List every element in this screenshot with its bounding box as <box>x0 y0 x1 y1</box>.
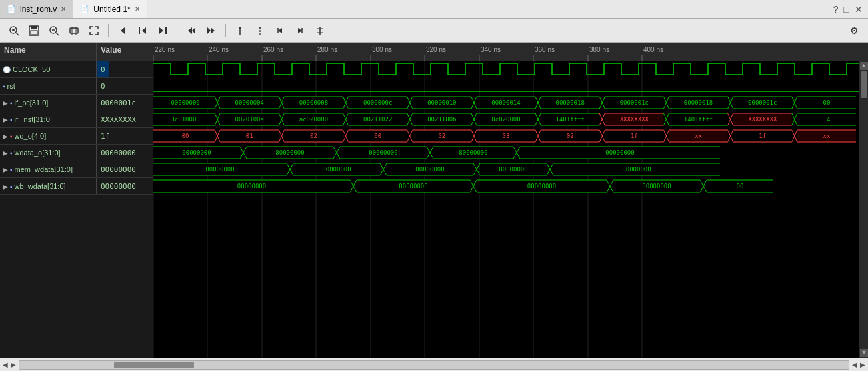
expand-icon-wd-o[interactable]: ▶ <box>3 133 8 140</box>
signal-value-clock50: 0 <box>97 61 109 77</box>
help-icon[interactable]: ? <box>833 4 839 15</box>
bottom-bar: ◀ ▶ ◀ ▶ <box>0 358 868 371</box>
bus-icon-wdata-o: ▪ <box>10 149 13 157</box>
svg-line-1 <box>16 33 19 35</box>
expand-icon-if-inst[interactable]: ▶ <box>3 116 8 123</box>
svg-marker-18 <box>188 27 192 34</box>
tab-icon-untitled: 📄 <box>80 5 89 13</box>
zoom-out-button[interactable] <box>45 22 63 39</box>
signal-value-wdata-o: 00000000 <box>97 145 140 161</box>
signal-label-wb-wdata: wb_wdata[31:0] <box>15 182 66 190</box>
signal-row-wdata-o[interactable]: ▶ ▪ wdata_o[31:0] 00000000 <box>0 145 153 161</box>
signal-label-mem-wdata: mem_wdata[31:0] <box>15 165 73 173</box>
svg-rect-5 <box>31 26 37 29</box>
signal-label-wd-o: wd_o[4:0] <box>15 132 47 140</box>
signal-name-if-inst: ▶ ▪ if_inst[31:0] <box>0 111 97 127</box>
expand-icon-mem-wdata[interactable]: ▶ <box>3 166 8 173</box>
tab-close-inst-rom[interactable]: ✕ <box>61 5 66 13</box>
svg-marker-15 <box>142 27 146 34</box>
signal-value-mem-wdata: 00000000 <box>97 161 140 177</box>
tab-label-inst-rom: inst_rom.v <box>20 5 57 14</box>
scroll-right-arrow-left[interactable]: ▶ <box>11 361 16 368</box>
bus-icon-if-inst: ▪ <box>10 116 13 123</box>
maximize-icon[interactable]: □ <box>844 4 849 15</box>
signal-value-wd-o: 1f <box>97 128 113 144</box>
signal-name-wdata-o: ▶ ▪ wdata_o[31:0] <box>0 145 97 161</box>
signal-name-rst: ▪ rst <box>0 78 97 94</box>
cursor2-button[interactable] <box>251 22 269 39</box>
zoom-in-button[interactable] <box>5 22 23 39</box>
tab-inst-rom[interactable]: 📄 inst_rom.v ✕ <box>0 0 73 18</box>
svg-marker-21 <box>207 27 211 34</box>
bus-icon-mem-wdata: ▪ <box>10 166 13 173</box>
timeline-canvas <box>153 43 859 61</box>
signal-name-clock50: 🕐 CLOCK_50 <box>0 61 97 77</box>
tab-untitled[interactable]: 📄 Untitled 1* ✕ <box>73 0 147 18</box>
waveform-content[interactable] <box>153 61 868 358</box>
expand-button[interactable] <box>85 22 103 39</box>
signal-row-wd-o[interactable]: ▶ ▪ wd_o[4:0] 1f <box>0 128 153 145</box>
nav-back-button[interactable] <box>114 22 131 39</box>
prev-edge-button[interactable] <box>183 22 200 39</box>
waveform-area: ▲ ▼ <box>153 43 868 358</box>
waveform-timeline <box>153 43 868 61</box>
signal-panel: Name Value 🕐 CLOCK_50 0 ▪ rst 0 <box>0 43 153 358</box>
signal-value-if-pc: 0000001c <box>97 95 140 111</box>
zoom-fit-button[interactable] <box>65 22 83 39</box>
signal-row-clock50[interactable]: 🕐 CLOCK_50 0 <box>0 61 153 78</box>
signal-value-wb-wdata: 00000000 <box>97 178 140 194</box>
expand-icon-wdata-o[interactable]: ▶ <box>3 149 8 157</box>
signal-row-wb-wdata[interactable]: ▶ ▪ wb_wdata[31:0] 00000000 <box>0 178 153 195</box>
signal-row-mem-wdata[interactable]: ▶ ▪ mem_wdata[31:0] 00000000 <box>0 161 153 178</box>
signal-value-if-inst: XXXXXXXX <box>97 111 140 127</box>
bus-icon-if-pc: ▪ <box>10 99 13 107</box>
svg-marker-19 <box>192 27 195 34</box>
tab-close-untitled[interactable]: ✕ <box>135 5 140 13</box>
waveform-canvas <box>153 61 859 358</box>
signal-label-if-inst: if_inst[31:0] <box>15 115 52 123</box>
signal-header: Name Value <box>0 43 153 61</box>
cursor-back-button[interactable] <box>271 22 289 39</box>
scroll-thumb-h[interactable] <box>114 362 194 368</box>
next-edge-button[interactable] <box>203 22 220 39</box>
signal-name-wb-wdata: ▶ ▪ wb_wdata[31:0] <box>0 178 97 194</box>
cursor1-button[interactable] <box>231 22 249 39</box>
scroll-right-arrow[interactable]: ▶ <box>860 361 865 368</box>
signal-name-if-pc: ▶ ▪ if_pc[31:0] <box>0 95 97 111</box>
signal-row-rst[interactable]: ▪ rst 0 <box>0 78 153 95</box>
scroll-left-arrow[interactable]: ◀ <box>3 361 8 368</box>
signal-value-rst: 0 <box>97 78 109 94</box>
svg-marker-28 <box>298 28 302 33</box>
tab-label-untitled: Untitled 1* <box>93 5 130 14</box>
svg-marker-13 <box>121 27 125 34</box>
svg-rect-6 <box>31 31 37 35</box>
bus-icon-wd-o: ▪ <box>10 133 13 140</box>
signal-label-if-pc: if_pc[31:0] <box>15 99 49 107</box>
svg-line-8 <box>56 33 59 35</box>
signal-header-name: Name <box>0 43 97 61</box>
cursor-fwd-button[interactable] <box>291 22 309 39</box>
svg-marker-25 <box>258 27 262 29</box>
close-window-icon[interactable]: ✕ <box>855 4 863 15</box>
toolbar-separator-3 <box>225 24 226 37</box>
snap-button[interactable] <box>311 22 329 39</box>
signal-row-if-inst[interactable]: ▶ ▪ if_inst[31:0] XXXXXXXX <box>0 111 153 128</box>
clock-icon: 🕐 <box>3 66 11 73</box>
go-start-button[interactable] <box>134 22 151 39</box>
scroll-left-arrow2[interactable]: ◀ <box>852 361 857 368</box>
expand-icon-wb-wdata[interactable]: ▶ <box>3 183 8 190</box>
signal-label-wdata-o: wdata_o[31:0] <box>15 149 61 157</box>
signal-header-value: Value <box>97 43 125 61</box>
settings-gear-button[interactable]: ⚙ <box>845 22 863 39</box>
vertical-scrollbar[interactable]: ▲ ▼ <box>859 61 868 358</box>
save-button[interactable] <box>25 22 43 39</box>
scroll-down-button[interactable]: ▼ <box>860 349 868 357</box>
signal-row-if-pc[interactable]: ▶ ▪ if_pc[31:0] 0000001c <box>0 95 153 111</box>
horizontal-scrollbar[interactable] <box>19 360 849 370</box>
scroll-thumb-v[interactable] <box>861 71 867 98</box>
expand-icon-if-pc[interactable]: ▶ <box>3 99 8 107</box>
scroll-up-button[interactable]: ▲ <box>860 62 868 70</box>
svg-marker-23 <box>238 27 242 29</box>
go-end-button[interactable] <box>154 22 171 39</box>
titlebar: 📄 inst_rom.v ✕ 📄 Untitled 1* ✕ ? □ ✕ <box>0 0 868 19</box>
